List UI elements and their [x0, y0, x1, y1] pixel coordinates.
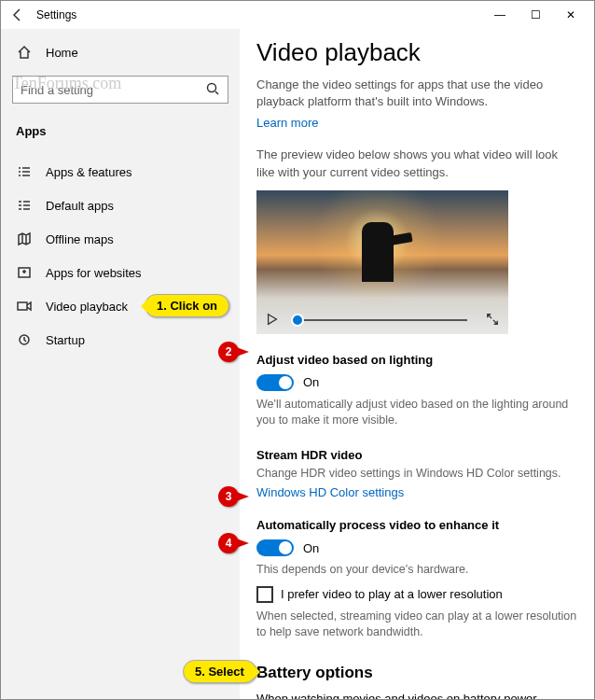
annotation-marker-3: 3 — [218, 486, 239, 507]
lowres-checkbox[interactable] — [256, 586, 273, 603]
sidebar-item-startup[interactable]: Startup — [12, 323, 228, 357]
video-preview — [256, 190, 508, 334]
lowres-label: I prefer video to play at a lower resolu… — [281, 587, 503, 601]
adjust-lighting-desc: We'll automatically adjust video based o… — [256, 397, 577, 429]
hdr-title: Stream HDR video — [256, 448, 577, 462]
fullscreen-button[interactable] — [486, 313, 499, 329]
annotation-5: 5. Select — [183, 660, 256, 683]
sidebar-item-apps-websites[interactable]: Apps for websites — [12, 256, 228, 289]
search-input[interactable]: Find a setting — [12, 76, 228, 104]
sidebar-item-label: Apps for websites — [46, 266, 142, 280]
startup-icon — [16, 332, 33, 347]
search-placeholder: Find a setting — [21, 83, 93, 97]
battery-heading: Battery options — [256, 664, 577, 682]
svg-rect-2 — [18, 302, 27, 310]
sidebar-item-label: Default apps — [46, 199, 114, 213]
battery-label: When watching movies and videos on batte… — [256, 692, 577, 699]
apps-websites-icon — [16, 265, 33, 280]
back-button[interactable] — [7, 7, 27, 22]
sidebar-item-apps-features[interactable]: Apps & features — [12, 155, 228, 189]
nav-home[interactable]: Home — [12, 36, 228, 68]
sidebar: TenForums.com Home Find a setting Apps A… — [1, 29, 240, 699]
video-figure — [362, 222, 394, 282]
close-button[interactable]: ✕ — [553, 8, 588, 21]
auto-enhance-desc: This depends on your device's hardware. — [256, 562, 577, 579]
learn-more-link[interactable]: Learn more — [256, 116, 318, 130]
sidebar-item-label: Apps & features — [46, 165, 132, 179]
annotation-marker-2: 2 — [218, 342, 239, 362]
hdr-link[interactable]: Windows HD Color settings — [256, 485, 404, 499]
auto-enhance-toggle[interactable] — [256, 539, 294, 556]
page-title: Video playback — [256, 38, 577, 67]
list-icon — [16, 164, 33, 179]
sidebar-item-default-apps[interactable]: Default apps — [12, 189, 228, 222]
page-intro: Change the video settings for apps that … — [256, 77, 577, 110]
sidebar-item-offline-maps[interactable]: Offline maps — [12, 222, 228, 256]
preview-caption: The preview video below shows you what v… — [256, 147, 577, 180]
video-icon — [16, 299, 33, 314]
titlebar: Settings — ☐ ✕ — [1, 1, 594, 29]
play-button[interactable] — [266, 313, 279, 329]
adjust-lighting-title: Adjust video based on lighting — [256, 353, 577, 367]
maximize-button[interactable]: ☐ — [518, 8, 553, 21]
map-icon — [16, 231, 33, 246]
window-title: Settings — [36, 8, 76, 21]
nav-home-label: Home — [46, 46, 78, 60]
svg-point-0 — [208, 83, 216, 91]
home-icon — [16, 45, 33, 60]
main-content: Video playback Change the video settings… — [240, 29, 594, 699]
sidebar-item-label: Video playback — [46, 300, 128, 314]
sidebar-item-label: Offline maps — [46, 232, 114, 246]
adjust-lighting-toggle[interactable] — [256, 374, 294, 391]
adjust-lighting-state: On — [303, 375, 319, 389]
default-icon — [16, 198, 33, 213]
annotation-marker-4: 4 — [218, 533, 239, 553]
seek-slider[interactable] — [298, 319, 467, 321]
minimize-button[interactable]: — — [482, 8, 518, 21]
auto-enhance-state: On — [303, 541, 319, 555]
auto-enhance-title: Automatically process video to enhance i… — [256, 518, 577, 532]
annotation-1: 1. Click on — [145, 294, 229, 317]
sidebar-section: Apps — [12, 124, 228, 138]
lowres-desc: When selected, streaming video can play … — [256, 609, 577, 641]
search-icon — [205, 81, 220, 99]
hdr-desc: Change HDR video settings in Windows HD … — [256, 466, 577, 483]
sidebar-item-label: Startup — [46, 333, 85, 347]
